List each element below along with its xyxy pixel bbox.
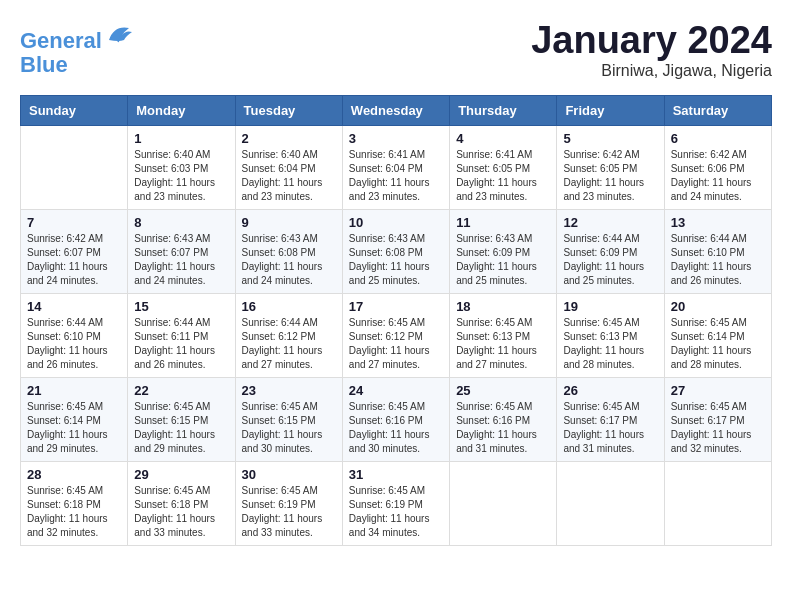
day-number: 26 (563, 383, 657, 398)
day-info: Sunrise: 6:45 AM Sunset: 6:16 PM Dayligh… (456, 400, 550, 456)
day-number: 5 (563, 131, 657, 146)
calendar-cell: 30Sunrise: 6:45 AM Sunset: 6:19 PM Dayli… (235, 461, 342, 545)
day-number: 8 (134, 215, 228, 230)
day-info: Sunrise: 6:45 AM Sunset: 6:14 PM Dayligh… (27, 400, 121, 456)
calendar-table: SundayMondayTuesdayWednesdayThursdayFrid… (20, 95, 772, 546)
title-area: January 2024 Birniwa, Jigawa, Nigeria (531, 20, 772, 80)
calendar-week-row: 21Sunrise: 6:45 AM Sunset: 6:14 PM Dayli… (21, 377, 772, 461)
day-number: 15 (134, 299, 228, 314)
day-info: Sunrise: 6:45 AM Sunset: 6:13 PM Dayligh… (456, 316, 550, 372)
calendar-cell: 3Sunrise: 6:41 AM Sunset: 6:04 PM Daylig… (342, 125, 449, 209)
day-info: Sunrise: 6:45 AM Sunset: 6:19 PM Dayligh… (242, 484, 336, 540)
calendar-cell: 31Sunrise: 6:45 AM Sunset: 6:19 PM Dayli… (342, 461, 449, 545)
day-info: Sunrise: 6:43 AM Sunset: 6:08 PM Dayligh… (242, 232, 336, 288)
day-number: 18 (456, 299, 550, 314)
calendar-cell: 7Sunrise: 6:42 AM Sunset: 6:07 PM Daylig… (21, 209, 128, 293)
calendar-cell (557, 461, 664, 545)
day-number: 20 (671, 299, 765, 314)
calendar-cell: 6Sunrise: 6:42 AM Sunset: 6:06 PM Daylig… (664, 125, 771, 209)
calendar-day-header: Saturday (664, 95, 771, 125)
calendar-week-row: 1Sunrise: 6:40 AM Sunset: 6:03 PM Daylig… (21, 125, 772, 209)
calendar-cell: 13Sunrise: 6:44 AM Sunset: 6:10 PM Dayli… (664, 209, 771, 293)
calendar-cell: 14Sunrise: 6:44 AM Sunset: 6:10 PM Dayli… (21, 293, 128, 377)
day-number: 23 (242, 383, 336, 398)
day-info: Sunrise: 6:43 AM Sunset: 6:09 PM Dayligh… (456, 232, 550, 288)
logo-text-blue: Blue (20, 53, 134, 77)
day-info: Sunrise: 6:45 AM Sunset: 6:19 PM Dayligh… (349, 484, 443, 540)
calendar-cell (664, 461, 771, 545)
calendar-day-header: Tuesday (235, 95, 342, 125)
calendar-cell: 1Sunrise: 6:40 AM Sunset: 6:03 PM Daylig… (128, 125, 235, 209)
day-info: Sunrise: 6:43 AM Sunset: 6:08 PM Dayligh… (349, 232, 443, 288)
day-info: Sunrise: 6:45 AM Sunset: 6:15 PM Dayligh… (134, 400, 228, 456)
calendar-cell (21, 125, 128, 209)
calendar-cell: 10Sunrise: 6:43 AM Sunset: 6:08 PM Dayli… (342, 209, 449, 293)
calendar-cell: 4Sunrise: 6:41 AM Sunset: 6:05 PM Daylig… (450, 125, 557, 209)
calendar-cell: 15Sunrise: 6:44 AM Sunset: 6:11 PM Dayli… (128, 293, 235, 377)
day-number: 7 (27, 215, 121, 230)
calendar-day-header: Monday (128, 95, 235, 125)
day-info: Sunrise: 6:40 AM Sunset: 6:03 PM Dayligh… (134, 148, 228, 204)
day-number: 13 (671, 215, 765, 230)
day-info: Sunrise: 6:45 AM Sunset: 6:15 PM Dayligh… (242, 400, 336, 456)
day-number: 16 (242, 299, 336, 314)
day-info: Sunrise: 6:44 AM Sunset: 6:09 PM Dayligh… (563, 232, 657, 288)
day-info: Sunrise: 6:44 AM Sunset: 6:10 PM Dayligh… (671, 232, 765, 288)
calendar-day-header: Thursday (450, 95, 557, 125)
day-number: 29 (134, 467, 228, 482)
calendar-cell: 16Sunrise: 6:44 AM Sunset: 6:12 PM Dayli… (235, 293, 342, 377)
day-number: 21 (27, 383, 121, 398)
day-number: 28 (27, 467, 121, 482)
day-info: Sunrise: 6:43 AM Sunset: 6:07 PM Dayligh… (134, 232, 228, 288)
month-title: January 2024 (531, 20, 772, 62)
calendar-day-header: Wednesday (342, 95, 449, 125)
day-info: Sunrise: 6:41 AM Sunset: 6:05 PM Dayligh… (456, 148, 550, 204)
day-number: 3 (349, 131, 443, 146)
calendar-cell: 28Sunrise: 6:45 AM Sunset: 6:18 PM Dayli… (21, 461, 128, 545)
day-number: 4 (456, 131, 550, 146)
calendar-cell: 23Sunrise: 6:45 AM Sunset: 6:15 PM Dayli… (235, 377, 342, 461)
calendar-cell: 29Sunrise: 6:45 AM Sunset: 6:18 PM Dayli… (128, 461, 235, 545)
day-info: Sunrise: 6:44 AM Sunset: 6:11 PM Dayligh… (134, 316, 228, 372)
day-number: 14 (27, 299, 121, 314)
day-number: 1 (134, 131, 228, 146)
day-info: Sunrise: 6:45 AM Sunset: 6:14 PM Dayligh… (671, 316, 765, 372)
calendar-cell: 20Sunrise: 6:45 AM Sunset: 6:14 PM Dayli… (664, 293, 771, 377)
day-number: 27 (671, 383, 765, 398)
day-number: 17 (349, 299, 443, 314)
day-number: 11 (456, 215, 550, 230)
day-number: 2 (242, 131, 336, 146)
day-info: Sunrise: 6:41 AM Sunset: 6:04 PM Dayligh… (349, 148, 443, 204)
day-info: Sunrise: 6:42 AM Sunset: 6:06 PM Dayligh… (671, 148, 765, 204)
day-info: Sunrise: 6:45 AM Sunset: 6:13 PM Dayligh… (563, 316, 657, 372)
logo-text: General (20, 20, 134, 53)
location-subtitle: Birniwa, Jigawa, Nigeria (531, 62, 772, 80)
calendar-cell: 27Sunrise: 6:45 AM Sunset: 6:17 PM Dayli… (664, 377, 771, 461)
calendar-cell: 19Sunrise: 6:45 AM Sunset: 6:13 PM Dayli… (557, 293, 664, 377)
calendar-cell: 18Sunrise: 6:45 AM Sunset: 6:13 PM Dayli… (450, 293, 557, 377)
day-info: Sunrise: 6:45 AM Sunset: 6:18 PM Dayligh… (134, 484, 228, 540)
page-header: General Blue January 2024 Birniwa, Jigaw… (20, 20, 772, 80)
day-info: Sunrise: 6:45 AM Sunset: 6:18 PM Dayligh… (27, 484, 121, 540)
day-number: 19 (563, 299, 657, 314)
day-number: 24 (349, 383, 443, 398)
calendar-cell: 17Sunrise: 6:45 AM Sunset: 6:12 PM Dayli… (342, 293, 449, 377)
day-number: 6 (671, 131, 765, 146)
day-info: Sunrise: 6:45 AM Sunset: 6:17 PM Dayligh… (671, 400, 765, 456)
calendar-week-row: 14Sunrise: 6:44 AM Sunset: 6:10 PM Dayli… (21, 293, 772, 377)
calendar-day-header: Friday (557, 95, 664, 125)
day-info: Sunrise: 6:44 AM Sunset: 6:12 PM Dayligh… (242, 316, 336, 372)
calendar-cell: 2Sunrise: 6:40 AM Sunset: 6:04 PM Daylig… (235, 125, 342, 209)
day-number: 9 (242, 215, 336, 230)
day-number: 12 (563, 215, 657, 230)
calendar-cell: 21Sunrise: 6:45 AM Sunset: 6:14 PM Dayli… (21, 377, 128, 461)
calendar-cell: 24Sunrise: 6:45 AM Sunset: 6:16 PM Dayli… (342, 377, 449, 461)
calendar-week-row: 28Sunrise: 6:45 AM Sunset: 6:18 PM Dayli… (21, 461, 772, 545)
calendar-cell: 8Sunrise: 6:43 AM Sunset: 6:07 PM Daylig… (128, 209, 235, 293)
calendar-cell: 12Sunrise: 6:44 AM Sunset: 6:09 PM Dayli… (557, 209, 664, 293)
day-info: Sunrise: 6:45 AM Sunset: 6:16 PM Dayligh… (349, 400, 443, 456)
day-info: Sunrise: 6:42 AM Sunset: 6:07 PM Dayligh… (27, 232, 121, 288)
calendar-header-row: SundayMondayTuesdayWednesdayThursdayFrid… (21, 95, 772, 125)
calendar-day-header: Sunday (21, 95, 128, 125)
day-info: Sunrise: 6:44 AM Sunset: 6:10 PM Dayligh… (27, 316, 121, 372)
